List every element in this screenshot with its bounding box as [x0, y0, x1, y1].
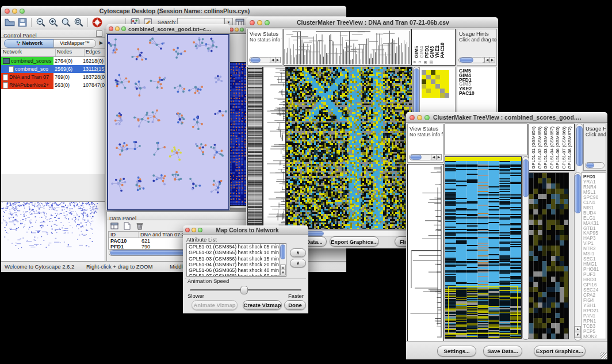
zoom-button[interactable]	[265, 20, 270, 25]
edge-count: 13112(15)	[82, 66, 105, 72]
gene-label[interactable]: MON2	[583, 334, 606, 339]
main-titlebar[interactable]: Cytoscape Desktop (Session Name: collins…	[1, 6, 346, 17]
zoom-button[interactable]	[424, 115, 430, 120]
zoom-button[interactable]	[240, 28, 244, 32]
column-label[interactable]: GPL51-01 (GSM854)	[531, 127, 536, 169]
treeview2-button-bar: Settings... Save Data... Export Graphics…	[406, 341, 607, 359]
close-button[interactable]	[410, 115, 415, 120]
minimize-button[interactable]	[115, 26, 120, 31]
close-button[interactable]	[185, 228, 190, 232]
scroll-down-arrow[interactable]: ▼	[575, 332, 581, 338]
col-nodes[interactable]: Nodes	[56, 49, 85, 56]
new-attribute-icon[interactable]	[123, 221, 132, 231]
zoom-out-icon[interactable]	[36, 17, 46, 28]
move-down-button[interactable]: ∨	[290, 259, 306, 267]
column-label[interactable]: GPL51-02 (GSM855)	[537, 127, 542, 169]
minimize-button[interactable]	[12, 9, 17, 14]
column-label[interactable]: GPL51-04 (GSM857)	[549, 127, 554, 169]
slider-thumb[interactable]	[240, 286, 248, 294]
done-button[interactable]: Done	[284, 300, 306, 310]
dialog-titlebar[interactable]: Map Colors to Network	[183, 225, 308, 235]
move-up-button[interactable]: ∧	[290, 248, 306, 257]
birdseye-view[interactable]	[1, 201, 105, 262]
column-label[interactable]: GPL51-03 (GSM856)	[543, 127, 548, 169]
column-label[interactable]: GPL51-06 (GSM865)	[555, 127, 560, 169]
zoom-button[interactable]	[198, 228, 202, 232]
scroll-right-arrow[interactable]: ▶	[275, 57, 281, 63]
delete-attribute-icon[interactable]	[135, 221, 144, 231]
view-status-scrollbar[interactable]	[249, 57, 272, 63]
network-tree-row[interactable]: combined_sco2569(6)13112(15)	[1, 65, 105, 73]
matrix-cell	[422, 75, 426, 79]
minimize-button[interactable]	[192, 228, 196, 232]
tab-overflow-arrow[interactable]: ▶	[100, 40, 103, 45]
network-tree-row[interactable]: DNA and Tran 07769(0)183728(0)	[1, 73, 105, 81]
attribute-item[interactable]: GPL51-03 (GSM856) heat shock 15 min	[187, 256, 286, 262]
settings-button[interactable]: Settings...	[437, 346, 476, 357]
help-icon[interactable]	[92, 17, 102, 28]
col-edges[interactable]: Edges	[85, 49, 105, 56]
export-graphics-button[interactable]: Export Graphics...	[330, 236, 379, 247]
treeview1-view-status: View Status No status info f ◀ ▶	[247, 29, 282, 66]
export-graphics-button[interactable]: Export Graphics...	[534, 346, 586, 357]
treeview2-column-labels[interactable]: GPL51-01 (GSM854)GPL51-02 (GSM855)GPL51-…	[529, 124, 575, 171]
attribute-select-icon[interactable]	[110, 221, 119, 231]
gene-label[interactable]: PAC10	[459, 91, 496, 96]
zoom-button[interactable]	[20, 9, 25, 14]
usage-hints-scrollbar[interactable]	[585, 162, 605, 168]
id-column-header[interactable]: ID	[109, 232, 139, 237]
treeview1-column-dendrogram[interactable]	[284, 29, 411, 66]
treeview2-gene-list: PFD1YRA1RNR4MSL1SPC98CLN1NIS1BUD4ELG1MAK…	[581, 173, 606, 339]
attribute-item[interactable]: GPL51-06 (GSM865) heat shock 40 min	[187, 267, 286, 273]
treeview1-row-dendrogram[interactable]	[263, 67, 286, 229]
attribute-item[interactable]: GPL51-07 (GSM868) heat shock 60 min	[187, 273, 286, 277]
close-button[interactable]	[5, 9, 10, 14]
minimize-button[interactable]	[235, 28, 239, 32]
attribute-list[interactable]: GPL51-01 (GSM854) heat shock 05 minGPL51…	[186, 243, 286, 277]
save-session-icon[interactable]	[17, 17, 28, 28]
treeview1-titlebar[interactable]: ClusterMaker TreeView : DNA and Tran 07-…	[246, 17, 498, 28]
tab-network[interactable]: Network	[4, 39, 55, 48]
treeview2-heatmap[interactable]	[445, 156, 522, 339]
attribute-item[interactable]: GPL51-01 (GSM854) heat shock 05 min	[187, 244, 286, 250]
resize-grip[interactable]	[600, 352, 607, 359]
float-panel-icon[interactable]	[96, 30, 102, 37]
network-canvas[interactable]	[107, 34, 230, 210]
treeview2-column-dendrogram[interactable]	[445, 124, 527, 155]
scroll-down-arrow[interactable]: ▼	[280, 270, 286, 275]
scroll-right-arrow[interactable]: ▶	[436, 154, 442, 160]
close-button[interactable]	[230, 28, 234, 32]
correlation-matrix[interactable]	[422, 70, 449, 98]
zoom-button[interactable]	[121, 26, 126, 31]
treeview2-titlebar[interactable]: ClusterMaker TreeView : combined_scores_…	[406, 112, 607, 123]
close-button[interactable]	[250, 20, 255, 25]
close-button[interactable]	[109, 26, 113, 31]
minimize-button[interactable]	[257, 20, 262, 25]
attribute-item[interactable]: GPL51-04 (GSM857) heat shock 20 min	[187, 262, 286, 267]
minimize-button[interactable]	[417, 115, 422, 120]
column-label[interactable]: PAC10	[439, 43, 445, 58]
treeview2-row-dendrogram[interactable]	[407, 164, 444, 342]
attribute-item[interactable]: GPL51-02 (GSM855) heat shock 10 min	[187, 250, 286, 255]
treeview1-heatmap[interactable]	[286, 67, 412, 229]
zoom-in-icon[interactable]	[48, 17, 59, 28]
network-view-titlebar[interactable]: combined_scores_good.txt--cluste...	[106, 24, 230, 34]
treeview2-secondary-heatmap[interactable]	[529, 173, 569, 339]
zoom-fit-icon[interactable]	[61, 17, 71, 28]
tab-vizmapper[interactable]: VizMapper™	[53, 39, 96, 48]
scroll-right-arrow[interactable]: ▶	[489, 57, 495, 63]
network-tree-row[interactable]: combined_scores2764(0)16218(0)	[1, 57, 105, 65]
view-status-scrollbar[interactable]	[409, 154, 433, 160]
create-vizmap-button[interactable]: Create Vizmap	[243, 300, 282, 310]
column-label[interactable]: GPL51-08 (GSM872)	[567, 127, 572, 169]
save-data-button[interactable]: Save Data...	[483, 346, 522, 357]
matrix-cell	[422, 79, 426, 84]
open-session-icon[interactable]	[5, 17, 15, 28]
treeview1-column-labels[interactable]: ⊕ ⊖ ▣ ▤ GIM5GIM4PFD1GIM3YKE2PAC10	[411, 29, 456, 66]
column-label[interactable]: GPL51-07 (GSM868)	[561, 127, 567, 169]
zoom-selected-icon[interactable]	[74, 17, 84, 28]
col-network[interactable]: Network	[1, 49, 56, 56]
attribute-list-scrollbar[interactable]: ▲ ▼	[279, 244, 286, 276]
network-tree-row[interactable]: RNAPuberNov2+563(0)107847(0)	[1, 81, 105, 89]
usage-hints-scrollbar[interactable]	[458, 57, 485, 63]
